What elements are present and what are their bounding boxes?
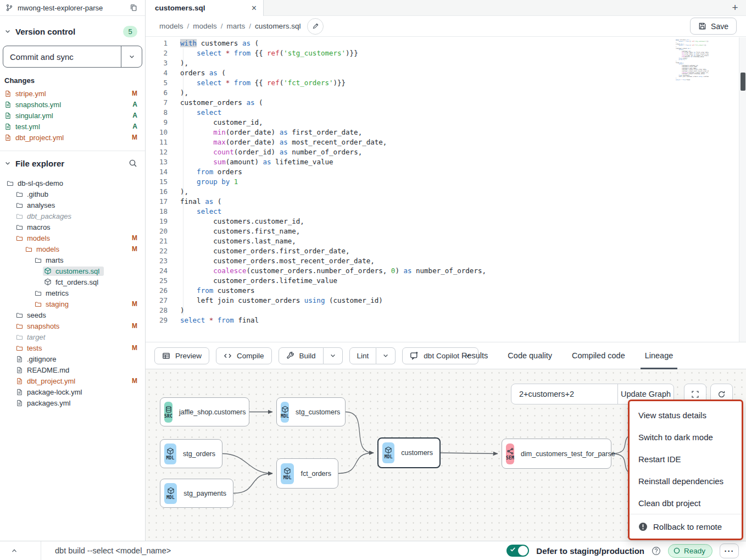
build-button[interactable]: Build — [279, 347, 324, 364]
tree-item-snapshots[interactable]: snapshotsM — [0, 320, 145, 331]
folder-icon — [16, 224, 23, 231]
tree-item-staging[interactable]: stagingM — [0, 298, 145, 309]
lineage-node-fct-orders[interactable]: MDLfct_orders — [276, 458, 338, 489]
compile-button[interactable]: Compile — [216, 347, 272, 364]
tree-item-analyses[interactable]: analyses — [0, 199, 145, 210]
tree-item-metrics[interactable]: metrics — [0, 287, 145, 298]
preview-button[interactable]: Preview — [154, 347, 209, 364]
breadcrumb-segment: marts — [227, 22, 246, 30]
code-line: left join customer_orders using (custome… — [180, 296, 486, 306]
tree-item-macros[interactable]: macros — [0, 221, 145, 232]
menu-item-switch-to-dark-mode[interactable]: Switch to dark mode — [630, 426, 742, 448]
tree-item-seeds[interactable]: seeds — [0, 309, 145, 320]
tree-item-models[interactable]: modelsM — [0, 243, 145, 254]
model-type-icon — [283, 467, 291, 475]
code-line: coalesce(customer_orders.number_of_order… — [180, 266, 486, 276]
change-item[interactable]: snapshots.ymlA — [0, 99, 145, 110]
commit-options-chevron[interactable] — [121, 46, 142, 67]
line-number: 27 — [146, 296, 168, 306]
lint-button[interactable]: Lint — [349, 347, 377, 364]
line-number: 14 — [146, 167, 168, 177]
refresh-icon — [717, 390, 726, 398]
lineage-node-jaffle-shop-customers[interactable]: SRCjaffle_shop.customers — [160, 397, 249, 426]
output-tab-compiled-code[interactable]: Compiled code — [572, 342, 625, 369]
command-input[interactable]: dbt build --select <model_name> — [55, 546, 506, 555]
tree-item--github[interactable]: .github — [0, 188, 145, 199]
tree-item-packages-yml[interactable]: packages.yml — [0, 397, 145, 408]
output-tab-code-quality[interactable]: Code quality — [508, 342, 552, 369]
model-badge: MDL — [281, 402, 289, 423]
tree-item-tests[interactable]: testsM — [0, 342, 145, 353]
output-tabs: ResultsCode qualityCompiled codeLineage — [461, 342, 673, 369]
node-label: customers — [401, 449, 433, 457]
change-item[interactable]: dbt_project.ymlM — [0, 132, 145, 143]
editor-scrollbar[interactable] — [739, 37, 746, 342]
tree-item-inner: metrics — [34, 289, 73, 298]
output-tab-results[interactable]: Results — [461, 342, 488, 369]
code-line: customer_id, — [180, 118, 486, 127]
code-line: select * from {{ ref('stg_customers')}} — [676, 41, 709, 43]
editor-minimap[interactable]: with customers as ( select * from {{ ref… — [676, 40, 709, 81]
menu-item-restart-ide[interactable]: Restart IDE — [630, 448, 742, 470]
lineage-edge — [441, 453, 498, 454]
model-badge: MDL — [164, 483, 177, 504]
build-options-chevron[interactable] — [324, 347, 343, 364]
tree-item-readme-md[interactable]: README.md — [0, 364, 145, 375]
node-label: fct_orders — [300, 470, 331, 478]
version-control-header[interactable]: Version control 5 — [0, 20, 145, 42]
lineage-selector-input[interactable]: 2+customers+2 — [511, 384, 617, 404]
lineage-node-dim-customers-test-for-parse[interactable]: SEMdim_customers_test_for_parse — [502, 439, 611, 469]
menu-item-clean-dbt-project[interactable]: Clean dbt project — [630, 492, 742, 514]
menu-item-rollback-to-remote[interactable]: Rollback to remote — [630, 514, 742, 539]
menu-item-view-status-details[interactable]: View status details — [630, 404, 742, 426]
tree-item-marts[interactable]: marts — [0, 254, 145, 265]
change-item[interactable]: singular.ymlA — [0, 110, 145, 121]
tab-customers-sql[interactable]: customers.sql × — [146, 0, 264, 16]
tree-item-inner: customers.sql — [43, 267, 104, 276]
lineage-node-customers[interactable]: MDLcustomers — [377, 437, 441, 468]
collapse-command-bar-button[interactable] — [0, 541, 41, 560]
file-explorer-header[interactable]: File explorer — [0, 152, 145, 174]
tree-item-dbt-packages[interactable]: dbt_packages — [0, 210, 145, 221]
menu-item-label: Switch to dark mode — [638, 433, 713, 442]
output-tab-lineage[interactable]: Lineage — [645, 342, 673, 369]
tree-item--gitignore[interactable]: .gitignore — [0, 353, 145, 364]
tree-item-inner: packages.yml — [15, 398, 75, 408]
tree-item-models[interactable]: modelsM — [0, 232, 145, 243]
model-type-icon — [167, 487, 175, 495]
folder-icon — [25, 246, 32, 253]
scrollbar-thumb[interactable] — [741, 73, 745, 91]
lineage-node-stg-orders[interactable]: MDLstg_orders — [160, 439, 222, 468]
search-icon[interactable] — [129, 159, 137, 168]
tree-item-db-sl-qs-demo[interactable]: db-sl-qs-demo — [0, 178, 145, 188]
folder-icon — [35, 290, 42, 297]
line-number: 12 — [146, 147, 168, 157]
defer-toggle[interactable] — [506, 545, 529, 557]
menu-item-label: Restart IDE — [638, 454, 681, 464]
save-button[interactable]: Save — [690, 18, 737, 35]
version-control-title: Version control — [15, 27, 119, 36]
tree-item-fct-orders-sql[interactable]: fct_orders.sql — [0, 276, 145, 287]
change-item[interactable]: stripe.ymlM — [0, 88, 145, 99]
section-divider — [0, 151, 145, 151]
change-item[interactable]: test.ymlA — [0, 121, 145, 132]
help-icon[interactable] — [652, 546, 661, 556]
edit-pencil-icon[interactable] — [307, 18, 324, 35]
tree-item-dbt-project-yml[interactable]: dbt_project.ymlM — [0, 375, 145, 386]
commit-and-sync-button[interactable]: Commit and sync — [3, 46, 142, 68]
close-icon[interactable]: × — [252, 4, 257, 13]
lineage-edge — [222, 454, 272, 474]
new-tab-icon[interactable]: + — [724, 2, 746, 14]
copy-icon[interactable] — [130, 4, 137, 12]
folder-icon — [16, 202, 23, 209]
code-editor[interactable]: 1234567891011121314151617181920212223242… — [146, 37, 746, 342]
line-number: 21 — [146, 236, 168, 246]
lint-options-chevron[interactable] — [376, 347, 396, 364]
lineage-node-stg-customers[interactable]: MDLstg_customers — [276, 397, 346, 426]
tree-item-target[interactable]: target — [0, 331, 145, 342]
tree-item-package-lock-yml[interactable]: package-lock.yml — [0, 386, 145, 397]
lineage-node-stg-payments[interactable]: MDLstg_payments — [160, 479, 233, 508]
tree-item-customers-sql[interactable]: customers.sql — [0, 265, 145, 276]
menu-item-reinstall-dependencies[interactable]: Reinstall dependencies — [630, 470, 742, 492]
more-options-button[interactable]: ··· — [720, 544, 739, 558]
